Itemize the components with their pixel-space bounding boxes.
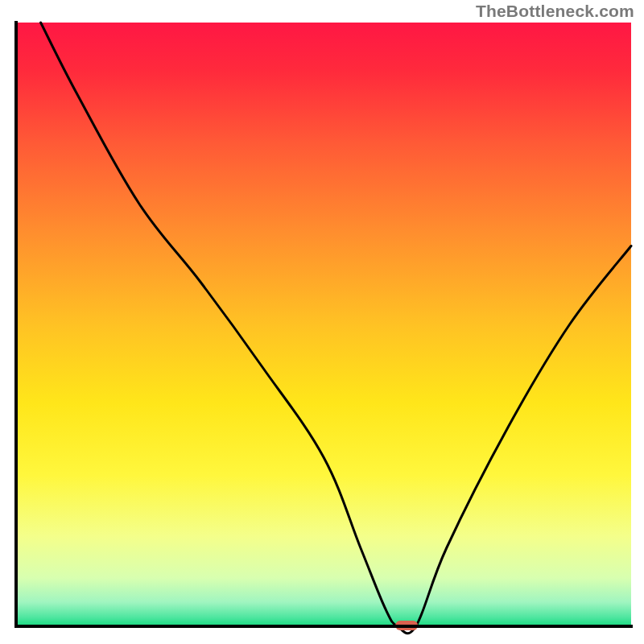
chart-svg (0, 0, 644, 644)
watermark-text: TheBottleneck.com (476, 2, 634, 21)
bottleneck-chart: TheBottleneck.com (0, 0, 644, 644)
chart-background (16, 23, 631, 626)
